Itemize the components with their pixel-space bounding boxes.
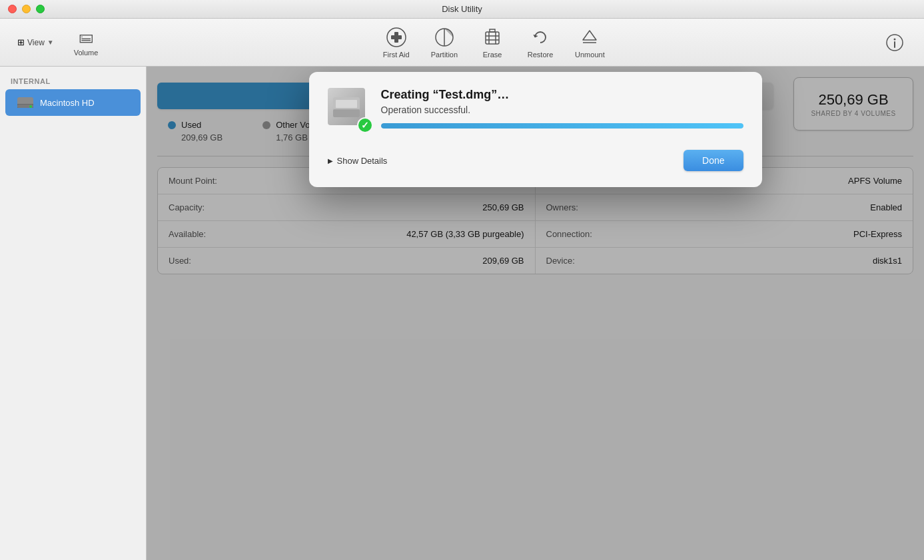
- unmount-button[interactable]: Unmount: [567, 23, 613, 63]
- first-aid-icon: [386, 27, 407, 48]
- window-controls: [8, 5, 45, 13]
- dialog-title: Creating “Test.dmg”…: [381, 88, 743, 102]
- restore-button[interactable]: Restore: [519, 23, 562, 63]
- dialog-footer: ▶ Show Details Done: [328, 150, 743, 171]
- svg-rect-2: [391, 35, 402, 39]
- dialog-subtitle: Operation successful.: [381, 105, 743, 115]
- erase-button[interactable]: Erase: [471, 23, 514, 63]
- toolbar: ⊞ View ▼ 🖴 Volume First Aid Partition: [0, 19, 924, 67]
- volume-label: Volume: [74, 49, 99, 57]
- sidebar-section-internal: Internal: [0, 75, 146, 88]
- show-details-button[interactable]: ▶ Show Details: [328, 156, 388, 166]
- close-button[interactable]: [8, 5, 17, 13]
- first-aid-label: First Aid: [383, 51, 410, 59]
- partition-button[interactable]: Partition: [423, 23, 466, 63]
- unmount-label: Unmount: [575, 51, 605, 59]
- done-button[interactable]: Done: [684, 150, 743, 171]
- dialog-disk-icon: ✓: [328, 88, 370, 131]
- restore-icon: [530, 27, 551, 48]
- view-label: View: [27, 38, 45, 47]
- dialog-header: ✓ Creating “Test.dmg”… Operation success…: [328, 88, 743, 139]
- volume-button[interactable]: 🖴 Volume: [66, 25, 107, 61]
- arrow-right-icon: ▶: [328, 157, 333, 164]
- dialog-overlay: ✓ Creating “Test.dmg”… Operation success…: [147, 67, 924, 560]
- disk-icon: [16, 93, 35, 112]
- chevron-down-icon: ▼: [47, 39, 54, 46]
- create-dmg-dialog: ✓ Creating “Test.dmg”… Operation success…: [309, 72, 762, 187]
- show-details-label: Show Details: [337, 156, 388, 166]
- svg-point-13: [894, 38, 896, 40]
- svg-rect-21: [336, 100, 357, 108]
- erase-icon: [482, 27, 503, 48]
- view-icon: ⊞: [17, 37, 25, 47]
- erase-label: Erase: [483, 51, 502, 59]
- svg-point-18: [29, 105, 32, 108]
- disk-name: Macintosh HD: [40, 98, 95, 108]
- info-button[interactable]: [881, 29, 908, 56]
- first-aid-button[interactable]: First Aid: [375, 23, 418, 63]
- window-title: Disk Utility: [442, 4, 482, 14]
- volume-add-icon: 🖴: [79, 29, 93, 46]
- view-button[interactable]: ⊞ View ▼: [11, 33, 61, 51]
- maximize-button[interactable]: [36, 5, 45, 13]
- unmount-icon: [579, 27, 600, 48]
- title-bar: Disk Utility: [0, 0, 924, 19]
- success-badge: ✓: [357, 117, 373, 133]
- progress-bar-container: [381, 123, 743, 129]
- minimize-button[interactable]: [22, 5, 31, 13]
- dialog-text-content: Creating “Test.dmg”… Operation successfu…: [381, 88, 743, 139]
- sidebar-item-macintosh-hd[interactable]: Macintosh HD: [5, 89, 141, 116]
- partition-label: Partition: [431, 51, 458, 59]
- progress-bar-fill: [381, 123, 743, 129]
- main-layout: Internal Macintosh HD 250,69 GB SHARED B…: [0, 67, 924, 560]
- svg-rect-20: [333, 109, 360, 117]
- svg-marker-10: [583, 31, 596, 40]
- partition-icon: [434, 27, 455, 48]
- restore-label: Restore: [528, 51, 554, 59]
- sidebar: Internal Macintosh HD: [0, 67, 147, 560]
- content-area: 250,69 GB SHARED BY 4 VOLUMES Used 209,6…: [147, 67, 924, 560]
- svg-rect-5: [486, 32, 499, 44]
